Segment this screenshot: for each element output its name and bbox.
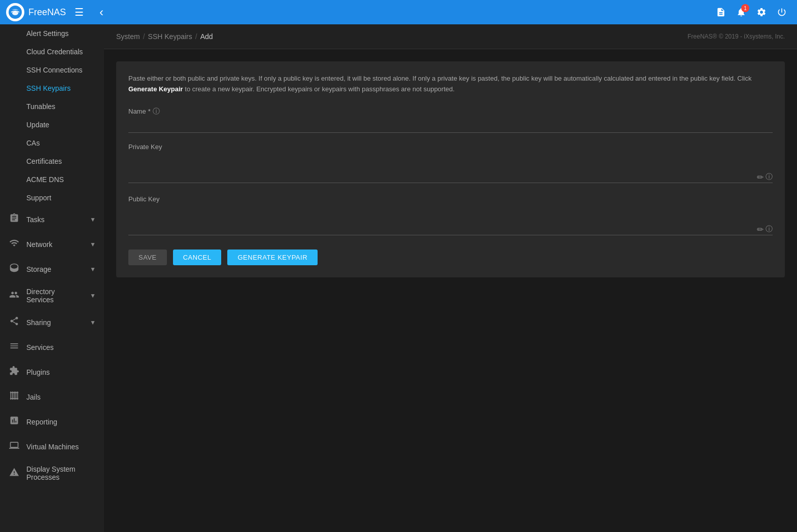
- network-icon: [8, 238, 20, 251]
- sidebar-item-network[interactable]: Network ▼: [0, 232, 104, 257]
- name-input[interactable]: [128, 118, 773, 133]
- public-key-edit-icon[interactable]: ✏: [757, 225, 764, 234]
- content-area: System / SSH Keypairs / Add FreeNAS® © 2…: [104, 24, 797, 532]
- sidebar-subitem-acme-dns[interactable]: ACME DNS: [0, 170, 104, 189]
- info-bold: Generate Keypair: [128, 85, 183, 93]
- private-key-label: Private Key: [128, 143, 773, 151]
- breadcrumb-ssh-keypairs[interactable]: SSH Keypairs: [148, 32, 192, 41]
- private-key-input[interactable]: [128, 153, 773, 183]
- breadcrumb-current: Add: [200, 32, 213, 41]
- public-key-wrapper: ✏ ⓘ: [128, 205, 773, 237]
- sharing-arrow: ▼: [90, 319, 96, 326]
- reporting-label: Reporting: [26, 418, 96, 426]
- display-system-processes-label: Display System Processes: [26, 465, 96, 481]
- sidebar-item-tasks[interactable]: Tasks ▼: [0, 207, 104, 232]
- sidebar-subitem-certificates[interactable]: Certificates: [0, 152, 104, 170]
- breadcrumb-system[interactable]: System: [116, 32, 140, 41]
- public-key-field: Public Key ✏ ⓘ: [128, 195, 773, 237]
- storage-arrow: ▼: [90, 266, 96, 273]
- sidebar-item-directory-services[interactable]: Directory Services ▼: [0, 281, 104, 310]
- form-card: Paste either or both public and private …: [116, 61, 785, 277]
- private-key-wrapper: ✏ ⓘ: [128, 153, 773, 185]
- sidebar-subitem-ssh-connections[interactable]: SSH Connections: [0, 61, 104, 79]
- topbar-right: 1: [712, 3, 791, 21]
- services-icon: [8, 341, 20, 353]
- sidebar-item-virtual-machines[interactable]: Virtual Machines: [0, 434, 104, 459]
- tasks-label: Tasks: [26, 216, 84, 224]
- svg-rect-8: [10, 398, 19, 399]
- storage-icon: [8, 263, 20, 275]
- breadcrumb: System / SSH Keypairs / Add: [116, 32, 213, 41]
- private-key-field: Private Key ✏ ⓘ: [128, 143, 773, 185]
- sidebar-item-storage[interactable]: Storage ▼: [0, 257, 104, 281]
- sidebar: Alert Settings Cloud Credentials SSH Con…: [0, 24, 104, 532]
- services-label: Services: [26, 343, 96, 351]
- public-key-input[interactable]: [128, 205, 773, 235]
- sidebar-subitem-tunables[interactable]: Tunables: [0, 97, 104, 116]
- sidebar-subitem-support[interactable]: Support: [0, 189, 104, 207]
- plugins-icon: [8, 366, 20, 378]
- name-label: Name * ⓘ: [128, 107, 773, 116]
- virtual-machines-icon: [8, 440, 20, 453]
- docs-button[interactable]: [712, 3, 730, 21]
- form-actions: SAVE CANCEL GENERATE KEYPAIR: [128, 250, 773, 265]
- jails-icon: [8, 391, 20, 403]
- sharing-icon: [8, 316, 20, 329]
- private-key-icons: ✏ ⓘ: [757, 172, 773, 182]
- logo-icon: [6, 3, 24, 21]
- svg-point-1: [12, 11, 18, 15]
- save-button[interactable]: SAVE: [128, 250, 167, 265]
- virtual-machines-label: Virtual Machines: [26, 443, 96, 451]
- private-key-help-icon[interactable]: ⓘ: [766, 172, 773, 182]
- name-field: Name * ⓘ: [128, 107, 773, 133]
- sidebar-subitem-alert-settings[interactable]: Alert Settings: [0, 24, 104, 43]
- topbar-logo: FreeNAS: [6, 3, 66, 21]
- private-key-edit-icon[interactable]: ✏: [757, 172, 764, 182]
- power-button[interactable]: [773, 3, 791, 21]
- breadcrumb-bar: System / SSH Keypairs / Add FreeNAS® © 2…: [104, 24, 797, 49]
- sidebar-item-plugins[interactable]: Plugins: [0, 360, 104, 384]
- generate-keypair-button[interactable]: GENERATE KEYPAIR: [227, 250, 318, 265]
- sidebar-subitem-cas[interactable]: CAs: [0, 134, 104, 152]
- sidebar-item-jails[interactable]: Jails: [0, 384, 104, 409]
- sidebar-subitem-ssh-keypairs[interactable]: SSH Keypairs: [0, 79, 104, 97]
- topbar: FreeNAS ☰ ‹ 1: [0, 0, 797, 24]
- tasks-arrow: ▼: [90, 216, 96, 223]
- directory-services-label: Directory Services: [26, 288, 84, 304]
- logo-text: FreeNAS: [28, 7, 66, 18]
- network-arrow: ▼: [90, 241, 96, 248]
- svg-rect-7: [10, 392, 19, 393]
- cancel-button[interactable]: CANCEL: [173, 250, 222, 265]
- directory-services-arrow: ▼: [90, 292, 96, 299]
- notification-badge: 1: [741, 4, 749, 12]
- sidebar-item-sharing[interactable]: Sharing ▼: [0, 310, 104, 335]
- public-key-help-icon[interactable]: ⓘ: [766, 225, 773, 234]
- public-key-icons: ✏ ⓘ: [757, 225, 773, 234]
- name-help-icon[interactable]: ⓘ: [153, 107, 160, 116]
- reporting-icon: [8, 415, 20, 428]
- main-layout: Alert Settings Cloud Credentials SSH Con…: [0, 24, 797, 532]
- directory-services-icon: [8, 290, 20, 302]
- notifications-button[interactable]: 1: [732, 3, 750, 21]
- plugins-label: Plugins: [26, 368, 96, 376]
- sidebar-item-display-system-processes[interactable]: Display System Processes: [0, 459, 104, 487]
- display-system-processes-icon: [8, 467, 20, 480]
- breadcrumb-sep-2: /: [195, 32, 197, 41]
- menu-button[interactable]: ☰: [70, 3, 88, 21]
- sharing-label: Sharing: [26, 318, 84, 327]
- back-button[interactable]: ‹: [92, 3, 111, 21]
- tasks-icon: [8, 213, 20, 226]
- info-text: Paste either or both public and private …: [128, 74, 773, 95]
- sidebar-item-services[interactable]: Services: [0, 335, 104, 360]
- name-required: *: [148, 108, 151, 115]
- sidebar-subitem-cloud-credentials[interactable]: Cloud Credentials: [0, 43, 104, 61]
- public-key-label: Public Key: [128, 195, 773, 203]
- network-label: Network: [26, 240, 84, 249]
- jails-label: Jails: [26, 393, 96, 401]
- sidebar-item-reporting[interactable]: Reporting: [0, 409, 104, 434]
- sidebar-subitem-update[interactable]: Update: [0, 116, 104, 134]
- breadcrumb-sep-1: /: [143, 32, 145, 41]
- topbar-left: FreeNAS ☰ ‹: [6, 3, 111, 21]
- settings-button[interactable]: [752, 3, 771, 21]
- copyright-text: FreeNAS® © 2019 - iXsystems, Inc.: [687, 33, 785, 40]
